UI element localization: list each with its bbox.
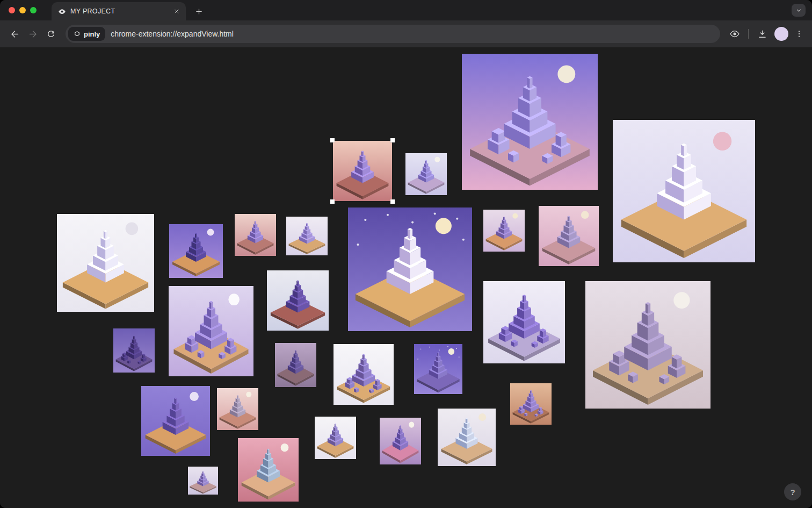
canvas-image-dome-palace-white[interactable] — [57, 214, 154, 312]
canvas-image-purple-city-dusk[interactable] — [462, 54, 598, 190]
traffic-light-minimize[interactable] — [19, 7, 26, 13]
canvas-image-small-tower-white[interactable] — [315, 417, 356, 459]
canvas-image-canyon-tower-small[interactable] — [235, 214, 276, 256]
isometric-tower-art — [333, 141, 392, 201]
canvas-image-bridge-tower-pink-sky[interactable] — [539, 206, 599, 266]
new-tab-button[interactable] — [191, 4, 206, 19]
canvas-image-crystal-spire-city[interactable] — [483, 281, 565, 363]
isometric-tower-art — [286, 217, 328, 255]
selection-handle-br[interactable] — [390, 199, 395, 204]
canvas-image-pale-blue-tower-sun[interactable] — [438, 409, 496, 466]
canvas-image-tower-pink-base-moon[interactable] — [380, 418, 421, 464]
reload-icon — [46, 29, 56, 39]
canvas-image-dark-ziggurat-orange-base[interactable] — [169, 224, 223, 278]
canvas-image-dark-city-violet[interactable] — [113, 328, 155, 373]
isometric-tower-art — [510, 383, 552, 425]
isometric-tower-art — [238, 438, 299, 502]
back-icon — [10, 29, 20, 39]
canvas-image-arch-tower-pale[interactable] — [286, 217, 328, 255]
tab-search-button[interactable] — [792, 4, 806, 17]
canvas[interactable]: ? — [0, 47, 812, 508]
chevron-down-icon — [795, 7, 802, 14]
isometric-tower-art — [315, 417, 356, 459]
isometric-tower-art — [275, 343, 316, 387]
selection-handle-tr[interactable] — [390, 138, 395, 142]
isometric-tower-art — [348, 208, 472, 331]
isometric-tower-art — [438, 409, 496, 466]
pinly-extension-chip[interactable]: pinly — [68, 27, 105, 41]
url-text: chrome-extension://expandView.html — [111, 30, 234, 38]
tab-strip: MY PROJECT — [0, 0, 812, 20]
canvas-image-pastel-tower-moon[interactable] — [483, 210, 525, 252]
canvas-image-night-tower-island[interactable] — [348, 208, 472, 331]
forward-icon — [28, 29, 38, 39]
isometric-tower-art — [169, 286, 253, 376]
canvas-image-ziggurat-city-skyline[interactable] — [267, 270, 329, 331]
help-button[interactable]: ? — [784, 483, 801, 500]
canvas-image-dusk-ziggurat-small[interactable] — [275, 343, 316, 387]
isometric-tower-art — [539, 206, 599, 266]
selection-handle-tl[interactable] — [330, 138, 335, 142]
reload-button[interactable] — [42, 25, 60, 43]
tab-my-project[interactable]: MY PROJECT — [52, 2, 186, 20]
isometric-tower-art — [462, 54, 598, 190]
download-button[interactable] — [753, 25, 771, 43]
eye-icon — [729, 28, 740, 39]
eye-favicon-icon — [58, 8, 66, 16]
isometric-tower-art — [188, 467, 218, 495]
isometric-tower-art — [169, 224, 223, 278]
isometric-tower-art — [141, 386, 210, 456]
toolbar-divider — [748, 29, 749, 39]
isometric-tower-art — [483, 281, 565, 363]
eye-extension-button[interactable] — [726, 25, 744, 43]
pinly-icon — [74, 31, 81, 38]
omnibox[interactable]: pinly chrome-extension://expandView.html — [66, 25, 720, 43]
isometric-tower-art — [483, 210, 525, 252]
pinly-chip-label: pinly — [84, 30, 100, 38]
isometric-tower-art — [613, 120, 755, 262]
canvas-image-twin-ziggurat-white[interactable] — [334, 344, 394, 405]
canvas-image-violet-castle-stairs[interactable] — [141, 386, 210, 456]
canvas-image-white-tower-sand-platform[interactable] — [613, 120, 755, 262]
canvas-image-small-tower-moon[interactable] — [405, 153, 447, 195]
isometric-tower-art — [414, 344, 462, 394]
close-icon — [174, 9, 179, 14]
canvas-image-stone-fortress-desert[interactable] — [585, 281, 711, 409]
download-icon — [757, 29, 767, 39]
browser-window: MY PROJECT pinly chrome-extensio — [0, 0, 812, 508]
toolbar: pinly chrome-extension://expandView.html — [0, 20, 812, 47]
canvas-image-sunset-tower-small[interactable] — [217, 388, 258, 430]
plus-icon — [195, 8, 203, 16]
isometric-tower-art — [405, 153, 447, 195]
isometric-tower-art — [217, 388, 258, 430]
browser-menu-button[interactable] — [792, 25, 807, 43]
traffic-lights — [0, 0, 45, 20]
isometric-tower-art — [57, 214, 154, 312]
traffic-light-zoom[interactable] — [30, 7, 37, 13]
isometric-tower-art — [267, 270, 329, 331]
back-button[interactable] — [5, 25, 24, 43]
canvas-image-night-spire-moon[interactable] — [414, 344, 462, 394]
profile-avatar[interactable] — [774, 27, 788, 41]
isometric-tower-art — [113, 328, 155, 373]
canvas-image-sunset-castle-beach[interactable] — [238, 438, 299, 502]
canvas-image-sprawling-city-dunes[interactable] — [169, 286, 253, 376]
canvas-image-canyon-city-small[interactable] — [510, 383, 552, 425]
canvas-image-tiny-tower[interactable] — [188, 467, 218, 495]
forward-button[interactable] — [24, 25, 42, 43]
canvas-image-canyon-ziggurat[interactable] — [333, 141, 392, 201]
selection-handle-bl[interactable] — [330, 199, 335, 204]
tab-title: MY PROJECT — [70, 8, 168, 15]
isometric-tower-art — [585, 281, 711, 409]
isometric-tower-art — [334, 344, 394, 405]
kebab-menu-icon — [795, 30, 803, 38]
tab-close-button[interactable] — [172, 6, 182, 16]
isometric-tower-art — [235, 214, 276, 256]
isometric-tower-art — [380, 418, 421, 464]
traffic-light-close[interactable] — [9, 7, 15, 13]
